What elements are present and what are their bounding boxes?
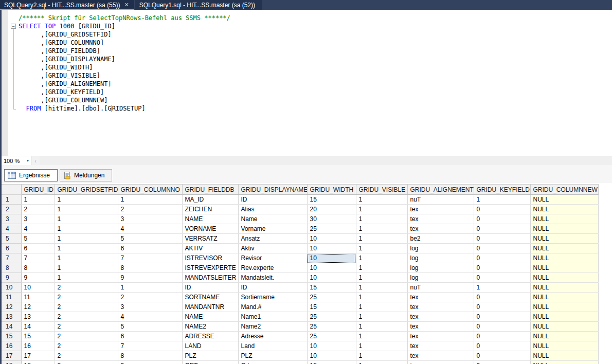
row-header[interactable]: 11 bbox=[2, 293, 21, 302]
row-header[interactable]: 6 bbox=[2, 244, 21, 253]
grid-cell[interactable]: Name bbox=[238, 214, 307, 224]
grid-cell[interactable]: tex bbox=[407, 361, 474, 364]
grid-cell[interactable]: 1 bbox=[356, 205, 407, 214]
grid-cell[interactable]: 1 bbox=[356, 244, 407, 253]
grid-cell[interactable]: nuT bbox=[407, 283, 474, 293]
grid-cell[interactable]: ISTREVEXPERTE bbox=[182, 263, 238, 273]
grid-cell[interactable]: 1 bbox=[356, 273, 407, 283]
grid-cell[interactable]: 8 bbox=[118, 351, 182, 361]
row-header[interactable]: 15 bbox=[2, 332, 21, 341]
grid-cell[interactable]: 15 bbox=[307, 283, 356, 293]
grid-cell[interactable]: 1 bbox=[118, 195, 182, 205]
tab-sqlquery2[interactable]: SQLQuery2.sql - HIT...SS.master (sa (55)… bbox=[0, 0, 134, 10]
row-header[interactable]: 8 bbox=[2, 263, 21, 273]
grid-cell[interactable]: 4 bbox=[21, 224, 55, 234]
grid-cell[interactable]: 5 bbox=[118, 322, 182, 332]
collapse-minus-icon[interactable]: − bbox=[11, 24, 16, 29]
grid-cell[interactable]: NULL bbox=[530, 351, 598, 361]
grid-cell[interactable]: 15 bbox=[307, 195, 356, 205]
grid-cell[interactable]: 2 bbox=[55, 312, 118, 322]
grid-cell[interactable]: 0 bbox=[474, 341, 530, 351]
grid-cell[interactable]: 1 bbox=[118, 283, 182, 293]
column-header-GRIDU_COLUMNNEW[interactable]: GRIDU_COLUMNNEW bbox=[530, 185, 598, 195]
grid-cell[interactable]: 1 bbox=[21, 195, 55, 205]
column-header-GRIDU_KEYFIELD[interactable]: GRIDU_KEYFIELD bbox=[474, 185, 530, 195]
grid-cell[interactable]: 30 bbox=[307, 214, 356, 224]
grid-cell[interactable]: 12 bbox=[21, 302, 55, 312]
grid-cell[interactable]: 2 bbox=[55, 361, 118, 364]
grid-cell[interactable]: 7 bbox=[21, 253, 55, 263]
grid-cell[interactable]: 1 bbox=[356, 351, 407, 361]
grid-cell[interactable]: 2 bbox=[55, 351, 118, 361]
grid-cell[interactable]: 1 bbox=[356, 293, 407, 302]
grid-cell[interactable]: 15 bbox=[307, 361, 356, 364]
grid-cell[interactable]: 4 bbox=[118, 224, 182, 234]
grid-cell[interactable]: NULL bbox=[530, 244, 598, 253]
grid-cell[interactable]: 11 bbox=[21, 293, 55, 302]
row-header[interactable]: 14 bbox=[2, 322, 21, 332]
grid-cell[interactable]: Ansatz bbox=[238, 234, 307, 244]
grid-cell[interactable]: NULL bbox=[530, 312, 598, 322]
grid-cell[interactable]: 1 bbox=[356, 263, 407, 273]
grid-cell[interactable]: NULL bbox=[530, 205, 598, 214]
column-header-GRIDU_COLUMNNO[interactable]: GRIDU_COLUMNNO bbox=[118, 185, 182, 195]
grid-cell[interactable]: 2 bbox=[55, 283, 118, 293]
grid-cell[interactable]: MANDATSLEITER bbox=[182, 273, 238, 283]
grid-cell[interactable]: 1 bbox=[55, 273, 118, 283]
grid-cell[interactable]: PLZ bbox=[182, 351, 238, 361]
grid-cell[interactable]: ID bbox=[238, 195, 307, 205]
grid-cell[interactable]: AKTIV bbox=[182, 244, 238, 253]
grid-cell[interactable]: 18 bbox=[21, 361, 55, 364]
grid-cell[interactable]: ID bbox=[238, 283, 307, 293]
grid-cell[interactable]: ADRESSE bbox=[182, 332, 238, 341]
row-header[interactable]: 13 bbox=[2, 312, 21, 322]
grid-cell[interactable]: nuT bbox=[407, 195, 474, 205]
hscroll-left-arrow-icon[interactable]: ‹ bbox=[31, 156, 40, 165]
grid-cell[interactable]: tex bbox=[407, 302, 474, 312]
grid-cell[interactable]: ZEICHEN bbox=[182, 205, 238, 214]
grid-cell[interactable]: NAME bbox=[182, 312, 238, 322]
grid-cell[interactable]: 10 bbox=[307, 244, 356, 253]
grid-cell[interactable]: Rev.experte bbox=[238, 263, 307, 273]
grid-cell[interactable]: PLZ bbox=[238, 351, 307, 361]
grid-cell[interactable]: 0 bbox=[474, 361, 530, 364]
grid-cell[interactable]: NULL bbox=[530, 361, 598, 364]
grid-cell[interactable]: 1 bbox=[356, 283, 407, 293]
grid-cell[interactable]: 25 bbox=[307, 332, 356, 341]
grid-cell[interactable]: 1 bbox=[55, 234, 118, 244]
grid-cell[interactable]: tex bbox=[407, 293, 474, 302]
grid-cell[interactable]: 0 bbox=[474, 224, 530, 234]
row-header[interactable]: 7 bbox=[2, 253, 21, 263]
grid-cell[interactable]: tex bbox=[407, 341, 474, 351]
grid-cell[interactable]: 1 bbox=[356, 341, 407, 351]
column-header-GRIDU_FIELDDB[interactable]: GRIDU_FIELDDB bbox=[182, 185, 238, 195]
grid-cell[interactable]: 25 bbox=[307, 224, 356, 234]
grid-cell[interactable]: 10 bbox=[307, 253, 356, 263]
grid-cell[interactable]: 6 bbox=[118, 332, 182, 341]
row-header[interactable]: 5 bbox=[2, 234, 21, 244]
grid-cell[interactable]: Name1 bbox=[238, 312, 307, 322]
grid-cell[interactable]: 2 bbox=[55, 341, 118, 351]
grid-cell[interactable]: tex bbox=[407, 332, 474, 341]
grid-cell[interactable]: 10 bbox=[307, 351, 356, 361]
grid-cell[interactable]: 25 bbox=[307, 322, 356, 332]
grid-cell[interactable]: 0 bbox=[474, 302, 530, 312]
grid-cell[interactable]: log bbox=[407, 273, 474, 283]
grid-cell[interactable]: 10 bbox=[307, 263, 356, 273]
grid-cell[interactable]: 3 bbox=[118, 214, 182, 224]
grid-corner-cell[interactable] bbox=[2, 185, 21, 195]
grid-cell[interactable]: NULL bbox=[530, 283, 598, 293]
grid-cell[interactable]: ISTREVISOR bbox=[182, 253, 238, 263]
grid-cell[interactable]: 0 bbox=[474, 332, 530, 341]
column-header-GRIDU_GRIDSETFID[interactable]: GRIDU_GRIDSETFID bbox=[55, 185, 118, 195]
grid-cell[interactable]: 2 bbox=[21, 205, 55, 214]
row-header[interactable]: 18 bbox=[2, 361, 21, 364]
grid-cell[interactable]: Land bbox=[238, 341, 307, 351]
grid-cell[interactable]: 3 bbox=[21, 214, 55, 224]
grid-cell[interactable]: 2 bbox=[118, 293, 182, 302]
grid-cell[interactable]: 0 bbox=[474, 244, 530, 253]
grid-cell[interactable]: SORTNAME bbox=[182, 293, 238, 302]
grid-cell[interactable]: NULL bbox=[530, 322, 598, 332]
row-header[interactable]: 4 bbox=[2, 224, 21, 234]
grid-cell[interactable]: Alias bbox=[238, 205, 307, 214]
